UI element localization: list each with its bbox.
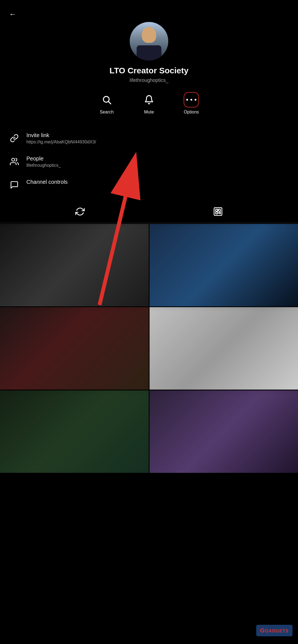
grid-item[interactable] xyxy=(150,390,298,473)
link-icon xyxy=(9,133,20,144)
channel-controls-text: Channel controls xyxy=(26,179,68,185)
svg-rect-9 xyxy=(216,212,218,214)
profile-section: LTO Creator Society lifethroughoptics_ S… xyxy=(0,0,298,223)
action-row: Search Mute Options xyxy=(94,92,204,115)
channel-username: lifethroughoptics_ xyxy=(129,77,168,83)
refresh-icon xyxy=(75,207,85,216)
people-text: People lifethroughoptics_ xyxy=(26,156,61,168)
grid-item[interactable] xyxy=(150,307,298,390)
search-label: Search xyxy=(100,110,114,115)
watermark-g: G xyxy=(260,627,265,634)
info-list: Invite link https://ig.me/j/AbaKQbNI4493… xyxy=(0,127,298,196)
avatar xyxy=(130,22,168,60)
invite-link-url: https://ig.me/j/AbaKQbNI44930dX3/ xyxy=(26,140,96,145)
search-icon xyxy=(102,95,112,105)
svg-point-2 xyxy=(186,99,188,101)
invite-link-item[interactable]: Invite link https://ig.me/j/AbaKQbNI4493… xyxy=(9,127,289,150)
options-label: Options xyxy=(184,110,199,115)
people-icon xyxy=(9,156,20,167)
tab-bar xyxy=(0,200,298,223)
chat-icon xyxy=(9,179,20,190)
svg-marker-10 xyxy=(218,212,220,214)
bell-icon xyxy=(144,95,154,105)
svg-point-4 xyxy=(195,99,197,101)
grid-item[interactable] xyxy=(150,224,298,306)
svg-line-1 xyxy=(109,102,111,104)
svg-point-5 xyxy=(12,158,15,161)
media-icon xyxy=(213,207,223,216)
grid-item[interactable] xyxy=(0,307,149,390)
options-button[interactable]: Options xyxy=(179,92,204,115)
grid-item[interactable] xyxy=(0,390,149,473)
mute-button[interactable]: Mute xyxy=(137,92,161,115)
search-icon-wrap xyxy=(99,92,114,107)
watermark: GGADGETS xyxy=(256,625,293,636)
watermark-text: GADGETS xyxy=(265,629,289,633)
people-item[interactable]: People lifethroughoptics_ xyxy=(9,150,289,173)
mute-icon-wrap xyxy=(141,92,157,107)
tab-refresh[interactable] xyxy=(67,205,93,218)
svg-point-3 xyxy=(191,99,192,101)
channel-controls-item[interactable]: Channel controls xyxy=(9,173,289,196)
tab-media[interactable] xyxy=(205,205,231,218)
dots-icon xyxy=(184,93,198,107)
svg-rect-7 xyxy=(216,209,218,211)
people-title: People xyxy=(26,156,61,162)
content-grid xyxy=(0,224,298,473)
svg-rect-8 xyxy=(218,209,220,211)
channel-controls-title: Channel controls xyxy=(26,179,68,185)
invite-link-title: Invite link xyxy=(26,132,96,138)
channel-name: LTO Creator Society xyxy=(109,66,188,75)
people-sub: lifethroughoptics_ xyxy=(26,163,61,168)
invite-link-text: Invite link https://ig.me/j/AbaKQbNI4493… xyxy=(26,132,96,145)
search-button[interactable]: Search xyxy=(94,92,119,115)
options-icon-wrap xyxy=(184,92,199,107)
svg-rect-6 xyxy=(214,208,222,215)
grid-item[interactable] xyxy=(0,224,149,306)
mute-label: Mute xyxy=(144,110,154,115)
back-button[interactable]: ← xyxy=(9,10,16,19)
